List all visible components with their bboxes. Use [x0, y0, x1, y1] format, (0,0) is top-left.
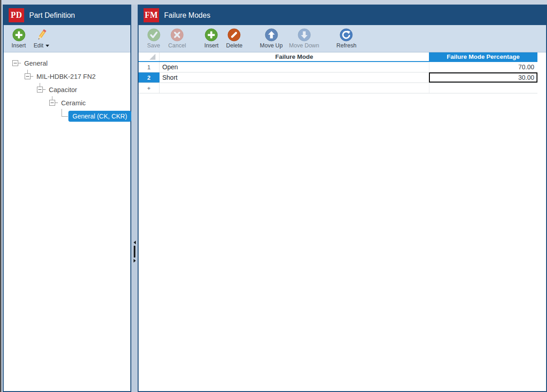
add-row-button[interactable]: + [139, 83, 160, 93]
column-header-failure-mode[interactable]: Failure Mode [160, 52, 429, 61]
splitter-grip[interactable] [134, 246, 135, 258]
failure-mode-cell[interactable]: Short [160, 72, 429, 83]
move-down-label: Move Down [289, 42, 319, 49]
collapse-left-arrow-icon[interactable] [134, 241, 136, 244]
delete-slash-circle-icon [227, 28, 241, 41]
table-row[interactable]: 1 Open 70.00 [139, 62, 537, 72]
part-definition-toolbar: Insert Edit [4, 25, 130, 52]
refresh-button[interactable]: Refresh [333, 28, 360, 49]
insert-row-label: Insert [204, 42, 218, 49]
app-window: PD Part Definition Insert [0, 0, 547, 392]
insert-part-button[interactable]: Insert [7, 28, 30, 49]
corner-triangle-icon [150, 54, 155, 60]
grid-header-row: Failure Mode Failure Mode Percentage [139, 52, 537, 62]
refresh-circle-icon [340, 28, 353, 41]
save-label: Save [147, 42, 160, 49]
failure-modes-grid: Failure Mode Failure Mode Percentage 1 O… [139, 52, 537, 93]
failure-modes-toolbar: Save Cancel Insert [139, 25, 546, 52]
collapse-right-arrow-icon[interactable] [134, 259, 136, 263]
tree-item-capacitor[interactable]: Capacitor [4, 83, 130, 96]
panel-splitter[interactable] [131, 5, 138, 392]
move-up-label: Move Up [260, 42, 283, 49]
edit-dropdown-caret-icon [46, 45, 49, 47]
save-button[interactable]: Save [142, 28, 165, 49]
cancel-label: Cancel [168, 42, 186, 49]
delete-row-button[interactable]: Delete [223, 28, 246, 49]
panel-title-failure-modes: Failure Modes [164, 11, 210, 20]
part-definition-header: PD Part Definition [4, 5, 130, 25]
pd-badge: PD [9, 8, 24, 22]
tree-item-general-ck-ckr[interactable]: General (CK, CKR) [4, 109, 130, 123]
fm-badge: FM [144, 8, 159, 22]
part-tree: General MIL-HDBK-217 FN2 Capacitor Ceram… [4, 52, 130, 391]
grid-corner-select-all[interactable] [139, 52, 160, 61]
move-down-button[interactable]: Move Down [286, 28, 322, 49]
save-check-circle-icon [147, 28, 160, 41]
tree-item-label[interactable]: MIL-HDBK-217 FN2 [36, 73, 96, 80]
empty-percentage-cell [429, 83, 537, 93]
tree-branch-connector [62, 109, 68, 117]
edit-part-button[interactable]: Edit [30, 28, 53, 49]
window-edge-strip [0, 0, 1, 392]
empty-mode-cell [160, 83, 429, 93]
row-number[interactable]: 1 [139, 62, 160, 72]
move-down-arrow-icon [298, 28, 311, 41]
insert-part-label: Insert [11, 42, 26, 49]
tree-item-mil-hdbk-217-fn2[interactable]: MIL-HDBK-217 FN2 [4, 70, 130, 83]
collapse-minus-icon[interactable] [25, 73, 31, 79]
plus-circle-icon [12, 28, 26, 41]
column-header-failure-mode-percentage[interactable]: Failure Mode Percentage [429, 52, 537, 61]
panel-title-part-definition: Part Definition [29, 11, 75, 20]
refresh-label: Refresh [336, 42, 356, 49]
move-up-arrow-icon [265, 28, 278, 41]
collapse-minus-icon[interactable] [37, 87, 43, 93]
insert-plus-circle-icon [205, 28, 218, 41]
pencil-icon [35, 28, 48, 41]
tree-item-general[interactable]: General [4, 57, 130, 70]
tree-item-ceramic[interactable]: Ceramic [4, 96, 130, 109]
table-row-selected[interactable]: 2 Short 30.00 [139, 72, 537, 83]
failure-mode-percentage-cell[interactable]: 70.00 [429, 62, 537, 72]
tree-item-label[interactable]: Capacitor [49, 86, 77, 93]
row-number-selected[interactable]: 2 [139, 72, 160, 83]
cancel-x-circle-icon [170, 28, 184, 41]
cancel-button[interactable]: Cancel [165, 28, 189, 49]
add-row[interactable]: + [139, 83, 537, 93]
tree-item-label[interactable]: General [24, 60, 48, 67]
splitter-handle[interactable] [131, 241, 138, 263]
failure-mode-percentage-cell-active[interactable]: 30.00 [429, 72, 537, 83]
failure-mode-cell[interactable]: Open [160, 62, 429, 72]
tree-item-label[interactable]: Ceramic [61, 99, 86, 107]
insert-row-button[interactable]: Insert [200, 28, 223, 49]
tree-item-label-selected[interactable]: General (CK, CKR) [68, 111, 131, 122]
collapse-minus-icon[interactable] [49, 100, 55, 106]
failure-modes-panel: FM Failure Modes Save Cancel [138, 5, 547, 392]
delete-row-label: Delete [226, 42, 243, 49]
collapse-minus-icon[interactable] [12, 60, 18, 66]
failure-modes-header: FM Failure Modes [139, 5, 546, 25]
edit-part-label: Edit [34, 42, 44, 49]
move-up-button[interactable]: Move Up [257, 28, 286, 49]
part-definition-panel: PD Part Definition Insert [3, 5, 131, 392]
